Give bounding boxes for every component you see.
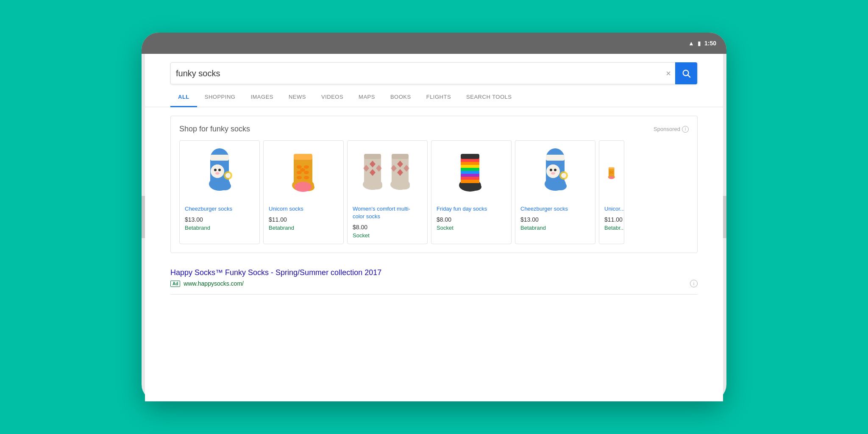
product-store: Betabr...	[604, 225, 619, 231]
svg-rect-50	[461, 174, 479, 177]
product-image	[604, 146, 619, 201]
svg-rect-49	[461, 171, 479, 174]
svg-line-1	[688, 75, 690, 77]
svg-rect-45	[461, 159, 479, 162]
tab-videos[interactable]: VIDEOS	[314, 88, 351, 107]
status-bar: ▲ ▮ 1:50	[142, 33, 726, 54]
ad-url[interactable]: www.happysocks.com/	[184, 280, 244, 287]
tab-news[interactable]: NEWS	[281, 88, 314, 107]
product-card[interactable]: Unicorn socks $11.00 Betabrand	[263, 140, 344, 244]
nav-tabs: ALL SHOPPING IMAGES NEWS VIDEOS MAPS BOO…	[145, 88, 723, 107]
product-name: Cheezburger socks	[520, 205, 590, 213]
svg-rect-51	[461, 177, 479, 180]
ad-result-title[interactable]: Happy Socks™ Funky Socks - Spring/Summer…	[170, 268, 698, 277]
tab-books[interactable]: BOOKS	[383, 88, 419, 107]
search-results: Shop for funky socks Sponsored i	[145, 107, 723, 401]
svg-point-69	[609, 171, 611, 172]
product-price: $8.00	[437, 216, 506, 223]
product-image	[437, 146, 506, 201]
ad-meta: Ad www.happysocks.com/ i	[170, 280, 698, 287]
svg-point-70	[612, 171, 613, 172]
shop-title: Shop for funky socks	[179, 125, 250, 134]
svg-point-68	[609, 176, 614, 179]
product-store: Betabrand	[185, 225, 254, 231]
svg-point-23	[297, 176, 302, 179]
svg-rect-52	[461, 180, 479, 183]
svg-rect-53	[461, 183, 479, 185]
shop-header: Shop for funky socks Sponsored i	[179, 125, 689, 134]
svg-point-60	[550, 169, 552, 171]
svg-point-9	[218, 169, 221, 171]
time-display: 1:50	[704, 40, 716, 47]
svg-point-61	[554, 169, 556, 171]
svg-rect-48	[461, 168, 479, 171]
search-button[interactable]	[675, 62, 697, 84]
tablet: ▲ ▮ 1:50 × ALL SHOPPING IMAGES	[142, 33, 726, 401]
svg-point-10	[215, 172, 220, 175]
search-icon	[682, 69, 691, 78]
ad-info-icon[interactable]: i	[690, 280, 698, 287]
product-name: Unicorn socks	[269, 205, 338, 213]
tab-images[interactable]: IMAGES	[243, 88, 281, 107]
product-price: $11.00	[604, 216, 619, 223]
svg-point-71	[609, 172, 611, 173]
sponsored-label: Sponsored i	[654, 126, 689, 133]
tab-maps[interactable]: MAPS	[351, 88, 383, 107]
svg-rect-16	[294, 154, 312, 160]
product-name: Friday fun day socks	[437, 205, 506, 213]
svg-rect-28	[364, 154, 381, 159]
product-card[interactable]: Friday fun day socks $8.00 Socket	[431, 140, 512, 244]
shopping-section: Shop for funky socks Sponsored i	[170, 116, 698, 253]
product-store: Betabrand	[269, 225, 338, 231]
product-name: Unicor...	[604, 205, 619, 213]
product-price: $13.00	[520, 216, 590, 223]
svg-point-64	[561, 173, 566, 178]
wifi-icon: ▲	[688, 40, 694, 47]
product-card[interactable]: Cheezburger socks $13.00 Betabrand	[515, 140, 595, 244]
svg-point-5	[219, 182, 231, 190]
search-area: ×	[145, 54, 723, 84]
product-price: $13.00	[185, 216, 254, 223]
svg-point-62	[551, 172, 555, 175]
svg-point-57	[555, 182, 567, 190]
svg-point-8	[214, 169, 217, 171]
battery-icon: ▮	[698, 40, 701, 47]
svg-point-20	[297, 171, 302, 174]
search-clear-button[interactable]: ×	[662, 69, 675, 78]
svg-point-24	[304, 176, 309, 179]
svg-point-59	[546, 164, 560, 178]
product-card[interactable]: Women's comfort multi-color socks $8.00 …	[347, 140, 428, 244]
svg-point-7	[211, 164, 224, 178]
svg-point-19	[304, 165, 309, 169]
browser-content: × ALL SHOPPING IMAGES NEWS VIDEOS MAPS B…	[145, 54, 723, 401]
product-image	[185, 146, 254, 201]
tab-all[interactable]: ALL	[170, 88, 197, 107]
svg-point-73	[611, 172, 612, 172]
svg-point-12	[225, 173, 231, 178]
svg-point-22	[300, 168, 305, 172]
tab-shopping[interactable]: SHOPPING	[197, 88, 243, 107]
svg-rect-47	[461, 165, 479, 168]
svg-rect-46	[461, 162, 479, 165]
products-row: Cheezburger socks $13.00 Betabrand	[179, 140, 689, 244]
product-store: Socket	[353, 232, 422, 239]
svg-rect-6	[210, 155, 229, 161]
product-name: Women's comfort multi-color socks	[353, 205, 422, 220]
svg-rect-36	[392, 154, 409, 159]
product-card[interactable]: Cheezburger socks $13.00 Betabrand	[179, 140, 260, 244]
tab-search-tools[interactable]: SEARCH TOOLS	[459, 88, 519, 107]
svg-rect-58	[546, 155, 565, 161]
sponsored-info-icon[interactable]: i	[682, 126, 689, 133]
svg-rect-67	[609, 167, 615, 169]
svg-point-72	[612, 172, 613, 173]
search-input[interactable]	[176, 69, 662, 78]
svg-point-18	[297, 165, 302, 169]
svg-point-35	[400, 183, 410, 189]
tab-flights[interactable]: FLIGHTS	[419, 88, 459, 107]
product-price: $8.00	[353, 224, 422, 231]
svg-point-17	[295, 182, 312, 192]
product-card[interactable]: Unicor... $11.00 Betabr...	[599, 140, 624, 244]
search-bar: ×	[170, 62, 698, 84]
product-name: Cheezburger socks	[185, 205, 254, 213]
sponsored-text: Sponsored	[654, 126, 680, 132]
